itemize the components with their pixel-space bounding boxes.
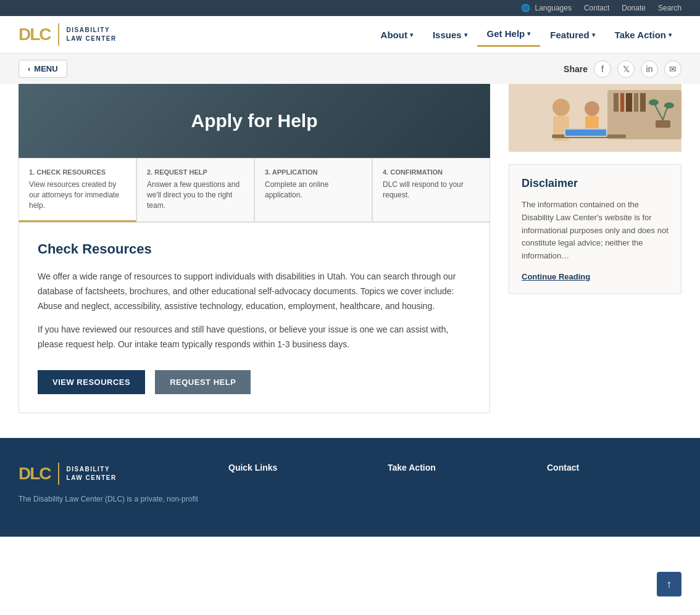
top-bar: 🌐 Languages Contact Donate Search bbox=[0, 0, 700, 16]
content-area: Apply for Help 1. CHECK RESOURCES View r… bbox=[19, 84, 490, 413]
action-buttons: VIEW RESOURCES REQUEST HELP bbox=[38, 370, 471, 394]
quick-links-title: Quick Links bbox=[228, 463, 363, 473]
step-4-desc: DLC will respond to your request. bbox=[383, 180, 480, 200]
search-link[interactable]: Search bbox=[658, 4, 681, 12]
main-nav: About ▾ Issues ▾ Get Help ▾ Featured ▾ T… bbox=[371, 22, 681, 47]
footer-contact: Contact bbox=[547, 463, 681, 505]
footer-take-action: Take Action bbox=[388, 463, 522, 505]
chevron-down-icon: ▾ bbox=[527, 30, 530, 37]
svg-rect-3 bbox=[620, 93, 624, 112]
languages-icon: 🌐 bbox=[521, 4, 530, 12]
svg-point-11 bbox=[552, 99, 570, 116]
disclaimer-text: The information contained on the Disabil… bbox=[522, 199, 669, 263]
footer-logo-divider bbox=[58, 463, 59, 485]
logo-initials: DLC bbox=[19, 26, 51, 43]
logo-divider bbox=[58, 23, 59, 46]
linkedin-icon[interactable]: in bbox=[641, 60, 658, 78]
chevron-left-icon: ‹ bbox=[28, 64, 30, 73]
svg-point-13 bbox=[585, 101, 599, 116]
footer: DLC DISABILITY LAW CENTER The Disability… bbox=[0, 438, 700, 536]
chevron-down-icon: ▾ bbox=[410, 31, 413, 38]
content-paragraph-1: We offer a wide range of resources to su… bbox=[38, 270, 471, 313]
footer-tagline: The Disability Law Center (DLC) is a pri… bbox=[19, 493, 204, 505]
svg-rect-8 bbox=[656, 120, 670, 128]
nav-featured[interactable]: Featured ▾ bbox=[540, 23, 604, 46]
footer-logo-initials: DLC bbox=[19, 465, 51, 482]
step-4-label: 4. CONFIRMATION bbox=[383, 168, 480, 176]
svg-point-10 bbox=[664, 102, 674, 109]
logo[interactable]: DLC DISABILITY LAW CENTER bbox=[19, 23, 117, 46]
contact-title: Contact bbox=[547, 463, 681, 473]
footer-top: DLC DISABILITY LAW CENTER The Disability… bbox=[19, 463, 681, 505]
chevron-down-icon: ▾ bbox=[464, 31, 467, 38]
sidebar: Disclaimer The information contained on … bbox=[509, 84, 681, 413]
take-action-title: Take Action bbox=[388, 463, 522, 473]
chevron-down-icon: ▾ bbox=[669, 31, 672, 38]
sidebar-image bbox=[509, 84, 681, 152]
email-icon[interactable]: ✉ bbox=[664, 60, 681, 78]
page-title: Apply for Help bbox=[191, 110, 317, 131]
nav-issues[interactable]: Issues ▾ bbox=[423, 23, 477, 46]
logo-org-name: DISABILITY LAW CENTER bbox=[67, 26, 117, 43]
svg-point-9 bbox=[649, 99, 659, 105]
step-check-resources[interactable]: 1. CHECK RESOURCES View resources create… bbox=[19, 158, 136, 222]
contact-link[interactable]: Contact bbox=[584, 4, 609, 12]
footer-brand: DLC DISABILITY LAW CENTER The Disability… bbox=[19, 463, 204, 505]
svg-rect-4 bbox=[626, 93, 632, 112]
svg-rect-17 bbox=[565, 130, 606, 136]
header: DLC DISABILITY LAW CENTER About ▾ Issues… bbox=[0, 16, 700, 54]
svg-rect-6 bbox=[640, 93, 646, 112]
languages-link[interactable]: 🌐 Languages bbox=[521, 4, 572, 12]
view-resources-button[interactable]: VIEW RESOURCES bbox=[38, 370, 145, 394]
step-3-label: 3. APPLICATION bbox=[265, 168, 362, 176]
breadcrumb-bar: ‹ MENU Share f 𝕏 in ✉ bbox=[0, 54, 700, 84]
twitter-icon[interactable]: 𝕏 bbox=[617, 60, 635, 78]
footer-quick-links: Quick Links bbox=[228, 463, 363, 505]
share-section: Share f 𝕏 in ✉ bbox=[564, 60, 681, 78]
menu-button[interactable]: ‹ MENU bbox=[19, 60, 67, 78]
svg-rect-2 bbox=[614, 93, 619, 112]
disclaimer-box: Disclaimer The information contained on … bbox=[509, 164, 681, 294]
step-2-label: 2. REQUEST HELP bbox=[147, 168, 244, 176]
share-label: Share bbox=[564, 64, 588, 74]
request-help-button[interactable]: REQUEST HELP bbox=[155, 370, 251, 394]
step-request-help[interactable]: 2. REQUEST HELP Answer a few questions a… bbox=[136, 158, 254, 222]
content-title: Check Resources bbox=[38, 241, 471, 257]
svg-rect-5 bbox=[634, 93, 638, 112]
step-confirmation[interactable]: 4. CONFIRMATION DLC will respond to your… bbox=[372, 158, 490, 222]
step-1-label: 1. CHECK RESOURCES bbox=[29, 168, 126, 176]
chevron-down-icon: ▾ bbox=[592, 31, 595, 38]
nav-take-action[interactable]: Take Action ▾ bbox=[605, 23, 681, 46]
step-3-desc: Complete an online application. bbox=[265, 180, 362, 200]
disclaimer-title: Disclaimer bbox=[522, 177, 669, 190]
donate-link[interactable]: Donate bbox=[622, 4, 646, 12]
step-2-desc: Answer a few questions and we'll direct … bbox=[147, 180, 244, 210]
content-card: Check Resources We offer a wide range of… bbox=[19, 222, 490, 413]
facebook-icon[interactable]: f bbox=[594, 60, 611, 78]
footer-org-name: DISABILITY LAW CENTER bbox=[67, 465, 117, 482]
steps-row: 1. CHECK RESOURCES View resources create… bbox=[19, 158, 490, 222]
nav-get-help[interactable]: Get Help ▾ bbox=[477, 22, 541, 47]
content-paragraph-2: If you have reviewed our resources and s… bbox=[38, 323, 471, 352]
main-wrapper: Apply for Help 1. CHECK RESOURCES View r… bbox=[0, 84, 700, 438]
nav-about[interactable]: About ▾ bbox=[371, 23, 423, 46]
continue-reading-link[interactable]: Continue Reading bbox=[522, 272, 590, 281]
step-1-desc: View resources created by our attorneys … bbox=[29, 180, 126, 210]
hero-banner: Apply for Help bbox=[19, 84, 490, 158]
step-application[interactable]: 3. APPLICATION Complete an online applic… bbox=[254, 158, 372, 222]
